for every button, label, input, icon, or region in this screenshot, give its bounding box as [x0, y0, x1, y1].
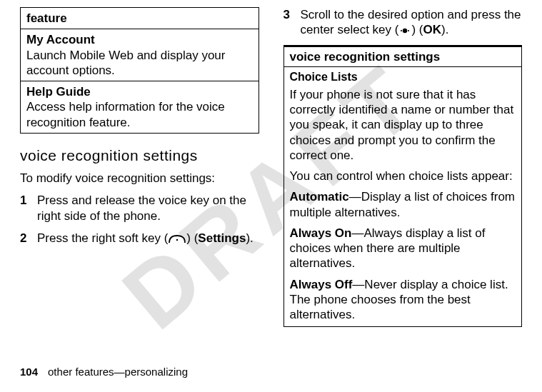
row-desc: Access help information for the voice re… [26, 99, 253, 130]
ok-label: OK [423, 23, 442, 36]
step-body: Scroll to the desired option and press t… [301, 7, 523, 38]
two-column-layout: feature My Account Launch Mobile Web and… [20, 7, 522, 353]
step-2: 2 Press the right soft key () (Settings)… [20, 231, 259, 246]
option-always-on: Always On—Always display a list of choic… [290, 226, 516, 271]
left-column: feature My Account Launch Mobile Web and… [20, 7, 259, 353]
choice-lists-p1: If your phone is not sure that it has co… [290, 87, 516, 163]
page-footer: 104other features—personalizing [20, 366, 188, 379]
row-title: Help Guide [26, 84, 253, 99]
intro-text: To modify voice recognition settings: [20, 171, 259, 186]
svg-point-0 [176, 239, 178, 241]
choice-lists-p2: You can control when choice lists appear… [290, 169, 516, 184]
settings-label: Settings [198, 231, 246, 245]
svg-point-3 [408, 30, 409, 31]
step-number: 3 [283, 7, 301, 38]
option-always-off: Always Off—Never display a choice list. … [290, 277, 516, 323]
step3-post2: ). [441, 23, 448, 36]
svg-point-2 [403, 29, 407, 33]
step-3: 3 Scroll to the desired option and press… [283, 7, 523, 38]
opt-label: Automatic [290, 190, 349, 203]
right-column: 3 Scroll to the desired option and press… [283, 7, 523, 353]
table-header: feature [21, 8, 259, 29]
steps-list-cont: 3 Scroll to the desired option and press… [283, 7, 523, 38]
step2-pre: Press the right soft key ( [37, 231, 168, 245]
step-number: 2 [20, 231, 37, 246]
step-body: Press the right soft key () (Settings). [37, 231, 259, 246]
softkey-icon [168, 234, 186, 244]
steps-list: 1 Press and release the voice key on the… [20, 193, 259, 246]
table-row-help-guide: Help Guide Access help information for t… [21, 81, 259, 134]
opt-label: Always Off [290, 278, 353, 291]
row-title: My Account [26, 32, 253, 47]
settings-box: voice recognition settings Choice Lists … [283, 45, 523, 328]
step-number: 1 [20, 193, 37, 223]
center-key-icon [398, 26, 411, 36]
option-automatic: Automatic—Display a list of choices from… [290, 189, 516, 220]
step2-post2: ). [246, 231, 253, 245]
row-desc: Launch Mobile Web and display your accou… [26, 48, 253, 79]
opt-label: Always On [290, 226, 352, 240]
choice-lists-head: Choice Lists [290, 70, 516, 84]
page-number: 104 [20, 366, 38, 378]
step-body: Press and release the voice key on the r… [37, 193, 259, 223]
footer-section: other features—personalizing [48, 366, 188, 378]
box-title: voice recognition settings [283, 45, 523, 67]
step-1: 1 Press and release the voice key on the… [20, 193, 259, 223]
feature-table: feature My Account Launch Mobile Web and… [20, 7, 259, 134]
step3-post1: ) ( [411, 23, 423, 36]
svg-point-1 [401, 30, 402, 31]
box-body: Choice Lists If your phone is not sure t… [283, 67, 523, 328]
step2-post1: ) ( [186, 231, 198, 245]
table-row-my-account: My Account Launch Mobile Web and display… [21, 29, 259, 81]
section-heading: voice recognition settings [20, 146, 259, 165]
